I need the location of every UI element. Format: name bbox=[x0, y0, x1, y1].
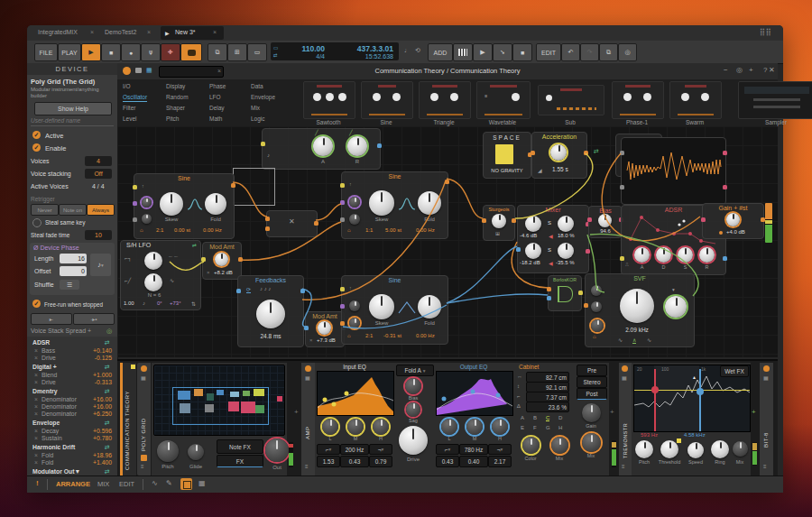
pan-knob-2[interactable] bbox=[558, 243, 574, 259]
tremonstr-device-strip[interactable]: ▦ TREMONSTR ≡ bbox=[619, 363, 632, 475]
trem-pitch-knob[interactable] bbox=[635, 440, 653, 458]
space-display[interactable] bbox=[495, 144, 513, 164]
shape-knob[interactable] bbox=[492, 214, 506, 228]
cat-pitch[interactable]: Pitch bbox=[166, 115, 179, 122]
port[interactable] bbox=[620, 185, 624, 189]
palette-module-sawtooth[interactable] bbox=[303, 81, 355, 119]
ieq-low-gain[interactable]: 1.53 bbox=[317, 456, 340, 467]
module-space[interactable]: SPACE NO GRAVITY bbox=[483, 132, 531, 179]
track-header[interactable]: COMMUNICATION THEORY bbox=[120, 363, 136, 475]
port[interactable] bbox=[261, 142, 265, 146]
device-power-icon[interactable] bbox=[622, 365, 628, 372]
low-freq-value[interactable]: 593 Hz bbox=[641, 432, 658, 438]
port[interactable] bbox=[236, 289, 241, 293]
pan-knob-1[interactable] bbox=[558, 216, 574, 232]
rate-knob[interactable] bbox=[144, 252, 162, 270]
bp-icon[interactable]: ∧ bbox=[632, 337, 636, 344]
port[interactable] bbox=[547, 296, 551, 300]
automation-follow-button[interactable]: ⊞ bbox=[227, 43, 247, 61]
oeq-low-shape-dropdown[interactable]: ⌐▾ bbox=[436, 444, 459, 455]
notification-icon[interactable]: ! bbox=[36, 479, 39, 487]
mod-target[interactable]: Denominator bbox=[42, 403, 77, 410]
cab-letter-e[interactable]: E bbox=[521, 425, 524, 430]
hp-icon[interactable]: ∿ bbox=[647, 337, 651, 343]
fm-knob[interactable] bbox=[142, 214, 152, 224]
cat-oscillator[interactable]: Oscillator bbox=[123, 94, 147, 102]
semitone-value[interactable]: 5.00 st bbox=[385, 227, 401, 233]
pen-icon[interactable]: ✎ bbox=[166, 479, 172, 487]
port[interactable] bbox=[620, 256, 624, 261]
retrigger-noteon-button[interactable]: Note on bbox=[59, 204, 87, 216]
device-power-icon[interactable] bbox=[305, 365, 311, 372]
semitone-value[interactable]: 0.00 st bbox=[174, 227, 190, 233]
decay-knob[interactable] bbox=[656, 247, 671, 263]
palette-module-swarm[interactable] bbox=[669, 81, 722, 119]
add-device-icon[interactable]: + bbox=[294, 408, 299, 416]
pre-button[interactable]: Pre bbox=[577, 365, 607, 376]
port[interactable] bbox=[516, 247, 521, 252]
amount-value[interactable]: +7.3 dB bbox=[317, 337, 336, 343]
pan-value-2[interactable]: -35.5 % bbox=[556, 260, 575, 265]
port[interactable] bbox=[265, 226, 270, 231]
module-multiply[interactable]: ✕ bbox=[266, 210, 318, 237]
port[interactable] bbox=[584, 303, 588, 308]
mod-target[interactable]: Sustain bbox=[42, 435, 62, 441]
mod-target[interactable]: Bass bbox=[42, 347, 55, 354]
module-sine-1[interactable]: Sine ↑ Skew Fold ⌂ 2:1 0.00 st 0.00 Hz bbox=[134, 173, 235, 239]
mod-amount[interactable]: -0.313 bbox=[81, 379, 112, 385]
port[interactable] bbox=[231, 183, 235, 188]
module-sturgeois[interactable]: Sturgeois ⊞ bbox=[483, 205, 515, 241]
voice-stacking-value[interactable]: Off bbox=[85, 169, 112, 179]
cat-display[interactable]: Display bbox=[166, 83, 185, 89]
close-icon[interactable]: × bbox=[213, 29, 217, 35]
port[interactable] bbox=[584, 151, 588, 155]
mod-amount[interactable]: +6.250 bbox=[81, 411, 112, 417]
out-knob[interactable] bbox=[265, 439, 289, 462]
palette-module-phase1[interactable] bbox=[612, 81, 664, 119]
loop-mode-icon[interactable]: ⟳ bbox=[246, 286, 251, 293]
stop-button[interactable]: ■ bbox=[101, 43, 121, 61]
lp-icon[interactable]: ∿ bbox=[618, 337, 623, 343]
phase-mod-knob[interactable] bbox=[142, 198, 152, 208]
cabinet-color-knob[interactable] bbox=[522, 437, 540, 454]
retrigger-never-button[interactable]: Never bbox=[31, 204, 59, 216]
stop-follow-button[interactable]: ■ bbox=[512, 43, 532, 61]
fm-knob[interactable] bbox=[349, 318, 360, 328]
play-menu-button[interactable]: PLAY bbox=[58, 43, 81, 61]
input-eq-display[interactable] bbox=[317, 371, 394, 416]
gain-knob[interactable] bbox=[726, 213, 740, 226]
acceleration-knob[interactable] bbox=[550, 144, 567, 161]
release-knob[interactable] bbox=[699, 247, 715, 263]
cab-letter-h[interactable]: H bbox=[558, 425, 562, 430]
oeq-high-gain[interactable]: 2.17 bbox=[488, 456, 512, 467]
play-button[interactable]: ▶ bbox=[81, 43, 101, 61]
freerun-checkbox[interactable]: ✓ bbox=[32, 300, 41, 308]
module-mixer[interactable]: Mixer S -4.6 dB ◀ 18.0 % S -18.2 dB ◀ -3… bbox=[517, 205, 589, 273]
port[interactable] bbox=[701, 217, 706, 222]
fill-button[interactable]: ▭ bbox=[247, 43, 267, 61]
semitone-value[interactable]: -0.31 st bbox=[383, 333, 401, 338]
ieq-high-shape-dropdown[interactable]: ¬▾ bbox=[369, 444, 392, 455]
loop-icon[interactable]: ▭ bbox=[273, 45, 278, 51]
arrange-view-button[interactable]: ARRANGE bbox=[56, 480, 90, 488]
mod-mute-icon[interactable]: × bbox=[34, 452, 38, 458]
mod-target[interactable]: Drive bbox=[42, 355, 56, 361]
cat-logic[interactable]: Logic bbox=[251, 115, 265, 122]
mod-mute-icon[interactable]: × bbox=[34, 403, 38, 410]
mod-amount[interactable]: +16.00 bbox=[81, 403, 112, 410]
module-svf[interactable]: SVF ⌂ 2.09 kHz ▾ ∿ ∧ ∿ bbox=[585, 273, 695, 347]
oeq-mid-gain[interactable]: 0.40 bbox=[459, 456, 488, 467]
port[interactable] bbox=[586, 249, 590, 254]
drive-knob[interactable] bbox=[399, 426, 428, 455]
port[interactable] bbox=[133, 201, 137, 206]
release-knob[interactable] bbox=[347, 136, 367, 156]
mix-view-button[interactable]: MIX bbox=[97, 480, 109, 488]
mod-amount[interactable]: +16.00 bbox=[81, 396, 112, 402]
mod-mute-icon[interactable]: × bbox=[34, 428, 38, 434]
amp-mix-knob[interactable] bbox=[582, 433, 601, 452]
cab-letter-f[interactable]: F bbox=[533, 425, 537, 430]
bit8-device-strip[interactable]: ▦ BIT-8 ≡ bbox=[760, 363, 773, 475]
fold-mode-dropdown[interactable]: Fold A ▾ bbox=[396, 365, 434, 376]
close-icon[interactable]: × bbox=[90, 29, 94, 35]
cat-math[interactable]: Math bbox=[209, 115, 222, 122]
